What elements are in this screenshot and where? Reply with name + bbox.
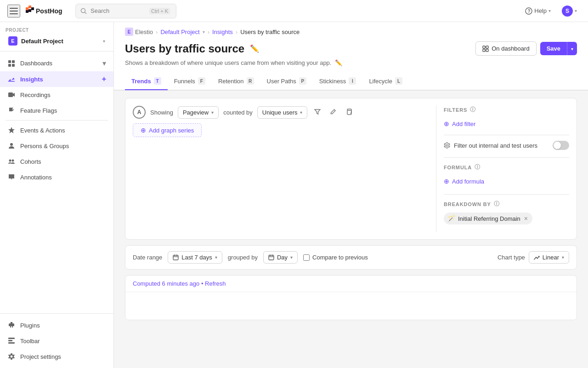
formula-title-text: FORMULA (444, 165, 472, 170)
edit-description-button[interactable]: ✏️ (334, 58, 343, 67)
search-input[interactable] (90, 7, 146, 14)
breakdown-remove-button[interactable]: × (523, 215, 528, 222)
section-divider-2 (444, 194, 569, 195)
duplicate-query-button[interactable] (343, 106, 354, 119)
tab-retention-label: Retention (218, 78, 244, 85)
svg-rect-13 (12, 60, 15, 63)
page-title: Users by traffic source (125, 42, 244, 55)
count-method-selector[interactable]: Unique users ▾ (257, 106, 308, 119)
insights-add-icon[interactable]: + (102, 75, 106, 83)
filters-title: FILTERS ⓘ (444, 106, 569, 114)
section-divider-1 (444, 157, 569, 158)
tab-funnels[interactable]: Funnels F (168, 73, 212, 90)
filter-query-button[interactable] (312, 106, 323, 119)
breadcrumb-project-link[interactable]: Default Project (160, 29, 199, 35)
sidebar: PROJECT E Default Project ▾ Dashboards ▾ (0, 22, 114, 368)
sidebar-item-cohorts[interactable]: Cohorts (0, 154, 113, 169)
date-range-label: Date range (133, 254, 162, 261)
edit-title-button[interactable]: ✏️ (249, 43, 260, 54)
svg-rect-21 (8, 338, 15, 339)
cohorts-icon (7, 157, 16, 166)
query-row: A Showing Pageview ▾ counted by Unique u… (133, 106, 429, 119)
filters-info-icon: ⓘ (470, 106, 476, 114)
tab-retention[interactable]: Retention R (212, 73, 260, 90)
add-series-label: Add graph series (149, 127, 194, 134)
menu-toggle-button[interactable] (7, 5, 20, 17)
event-selector[interactable]: Pageview ▾ (178, 106, 219, 119)
svg-rect-1 (10, 11, 18, 12)
sidebar-item-annotations[interactable]: Annotations (0, 169, 113, 185)
tab-lifecycle[interactable]: Lifecycle L (362, 73, 409, 90)
sidebar-item-toolbar[interactable]: Toolbar (0, 333, 113, 349)
formula-title: FORMULA ⓘ (444, 163, 569, 171)
sidebar-item-persons-groups-label: Persons & Groups (20, 143, 69, 150)
toggle-knob (554, 142, 561, 149)
add-formula-plus-icon: ⊕ (444, 178, 449, 185)
chart-type-selector[interactable]: Linear ▾ (529, 251, 569, 264)
search-shortcut: Ctrl + K (149, 8, 170, 14)
filter-toggle-row: Filter out internal and test users (444, 141, 569, 150)
project-label: PROJECT (6, 28, 108, 33)
sidebar-item-events-actions[interactable]: Events & Actions (0, 122, 113, 138)
sidebar-item-persons-groups[interactable]: Persons & Groups (0, 138, 113, 154)
search-bar[interactable]: Ctrl + K (75, 4, 176, 18)
compare-checkbox-label[interactable]: Compare to previous (303, 254, 368, 261)
sidebar-bottom: Plugins Toolbar Project settings (0, 313, 113, 368)
tab-stickiness[interactable]: Stickiness I (313, 73, 363, 90)
content-area: E Elestio › Default Project ▾ › Insights… (114, 22, 588, 368)
sidebar-item-plugins[interactable]: Plugins (0, 317, 113, 333)
project-section: PROJECT E Default Project ▾ (0, 22, 113, 52)
svg-rect-16 (8, 81, 15, 82)
breadcrumb-section-link[interactable]: Insights (212, 29, 233, 35)
edit-query-button[interactable] (328, 106, 339, 119)
svg-point-30 (446, 144, 448, 146)
result-top: Computed 6 minutes ago • Refresh (125, 276, 577, 292)
sidebar-item-feature-flags[interactable]: Feature Flags (0, 103, 113, 118)
dashboards-expand-icon: ▾ (102, 59, 106, 68)
project-selector[interactable]: E Default Project ▾ (6, 34, 108, 47)
sidebar-item-insights-label: Insights (20, 76, 43, 83)
tab-stickiness-label: Stickiness (319, 78, 346, 85)
svg-point-24 (11, 356, 13, 358)
edit-icon (330, 109, 336, 115)
sidebar-item-plugins-label: Plugins (20, 322, 40, 329)
user-chevron-icon: ▾ (575, 8, 577, 13)
add-formula-button[interactable]: ⊕ Add formula (444, 176, 484, 187)
filter-toggle[interactable] (553, 141, 569, 150)
group-by-selector[interactable]: Day ▾ (263, 251, 298, 264)
tab-lifecycle-label: Lifecycle (369, 78, 392, 85)
save-dropdown-button[interactable]: ▾ (567, 42, 577, 55)
description-text: Shows a breakdown of where unique users … (125, 59, 331, 66)
breakdown-tag: 🪄 Initial Referring Domain × (444, 213, 532, 224)
counted-by-label: counted by (223, 109, 253, 116)
breadcrumb-sep-2: › (208, 29, 209, 35)
tab-trends[interactable]: Trends T (125, 73, 168, 90)
refresh-link[interactable]: Refresh (205, 280, 226, 287)
nav-section: Dashboards ▾ Insights + Recordings (0, 52, 113, 189)
save-button[interactable]: Save (540, 42, 567, 55)
insights-icon (7, 75, 16, 83)
on-dashboard-button[interactable]: On dashboard (475, 41, 536, 56)
compare-checkbox-input[interactable] (303, 254, 310, 261)
help-icon: ? (525, 7, 532, 15)
project-name: Default Project (21, 38, 99, 45)
user-menu-button[interactable]: S ▾ (558, 4, 581, 18)
svg-rect-26 (486, 46, 488, 48)
formula-section: FORMULA ⓘ ⊕ Add formula (444, 163, 569, 187)
sidebar-item-recordings[interactable]: Recordings (0, 87, 113, 103)
help-button[interactable]: ? Help ▾ (521, 6, 554, 17)
tab-user-paths[interactable]: User Paths P (260, 73, 313, 90)
add-filter-button[interactable]: ⊕ Add filter (444, 118, 475, 129)
date-range-selector[interactable]: Last 7 days ▾ (168, 251, 222, 264)
bottom-bar: Date range Last 7 days ▾ grouped by (125, 245, 577, 270)
computed-text: Computed 6 minutes ago • Refresh (133, 280, 569, 287)
help-chevron-icon: ▾ (548, 8, 551, 13)
showing-label: Showing (150, 109, 173, 116)
sidebar-item-insights[interactable]: Insights + (0, 71, 113, 87)
sidebar-item-dashboards[interactable]: Dashboards ▾ (0, 55, 113, 71)
breadcrumb: E Elestio › Default Project ▾ › Insights… (125, 28, 577, 36)
add-series-button[interactable]: ⊕ Add graph series (133, 123, 202, 137)
svg-text:PostHog: PostHog (36, 7, 62, 15)
avatar: S (562, 6, 573, 17)
sidebar-item-project-settings[interactable]: Project settings (0, 349, 113, 364)
